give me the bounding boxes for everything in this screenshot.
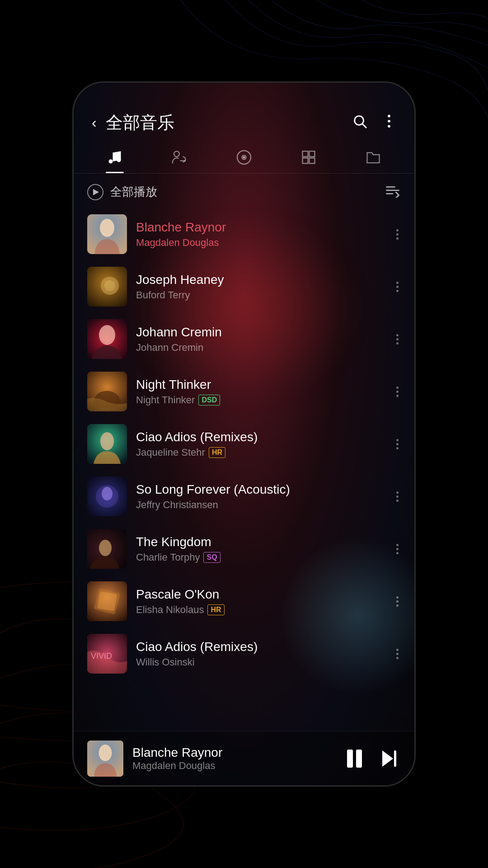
quality-badge-hr: HR (207, 604, 224, 615)
tab-folders[interactable] (341, 145, 405, 173)
pause-button[interactable] (343, 747, 366, 770)
track-artist: Jeffry Christiansen (136, 499, 385, 511)
svg-point-10 (243, 157, 244, 158)
search-button[interactable] (347, 110, 373, 136)
track-title: The Kingdom (136, 535, 385, 549)
track-title: Night Thinker (136, 377, 385, 392)
track-list: Blanche Raynor Magdalen Douglas (74, 208, 414, 731)
track-more-button[interactable] (394, 540, 401, 558)
svg-point-19 (100, 219, 114, 237)
svg-point-4 (388, 125, 390, 128)
track-item[interactable]: So Long Forever (Acoustic) Jeffry Christ… (74, 470, 414, 523)
tab-albums[interactable] (212, 145, 277, 173)
next-button[interactable] (377, 747, 401, 770)
tab-artists[interactable] (147, 145, 212, 173)
phone-frame: ‹ 全部音乐 (72, 81, 416, 787)
track-more-button[interactable] (394, 593, 401, 610)
now-playing-artist: Magdalen Douglas (132, 760, 333, 772)
track-info: Ciao Adios (Remixes) Willis Osinski (136, 640, 385, 668)
track-info: Johann Cremin Johann Cremin (136, 325, 385, 354)
next-icon (382, 750, 396, 767)
now-playing-bar[interactable]: Blanche Raynor Magdalen Douglas (74, 731, 414, 785)
track-title: Johann Cremin (136, 325, 385, 340)
track-title: Ciao Adios (Remixes) (136, 430, 385, 444)
play-all-row: 全部播放 (74, 176, 414, 208)
track-info: Pascale O'Kon Elisha Nikolaus HR (136, 587, 385, 616)
track-item[interactable]: Pascale O'Kon Elisha Nikolaus HR (74, 575, 414, 627)
now-playing-info: Blanche Raynor Magdalen Douglas (132, 745, 333, 772)
track-more-button[interactable] (394, 330, 401, 348)
track-thumbnail (87, 267, 127, 307)
phone-content: ‹ 全部音乐 (74, 83, 414, 785)
svg-point-3 (388, 120, 390, 123)
play-all-label: 全部播放 (110, 184, 378, 200)
track-title: Blanche Raynor (136, 220, 385, 235)
track-thumbnail (87, 581, 127, 621)
track-artist: Charlie Torphy SQ (136, 552, 385, 563)
track-item[interactable]: VIVID Ciao Adios (Remixes) Willis Osinsk… (74, 627, 414, 680)
track-thumbnail (87, 319, 127, 359)
track-info: Night Thinker Night Thinker DSD (136, 377, 385, 406)
track-artist: Willis Osinski (136, 656, 385, 668)
folder-icon (365, 149, 381, 168)
svg-point-6 (117, 158, 121, 162)
svg-point-39 (99, 745, 112, 761)
svg-rect-35 (97, 591, 117, 611)
svg-line-1 (362, 124, 366, 127)
tab-songs[interactable] (83, 145, 147, 173)
back-button[interactable]: ‹ (87, 112, 101, 133)
track-thumbnail (87, 529, 127, 569)
pause-bar-right (356, 750, 362, 768)
svg-point-30 (102, 487, 113, 500)
svg-rect-13 (302, 158, 308, 164)
track-thumbnail (87, 424, 127, 464)
track-info: The Kingdom Charlie Torphy SQ (136, 535, 385, 563)
quality-badge-dsd: DSD (198, 395, 220, 406)
play-all-button[interactable] (87, 184, 103, 200)
pause-bar-left (347, 750, 353, 768)
svg-point-27 (100, 432, 114, 450)
page-title: 全部音乐 (106, 111, 342, 134)
track-artist: Elisha Nikolaus HR (136, 604, 385, 616)
svg-point-7 (174, 151, 179, 157)
svg-rect-12 (309, 151, 314, 157)
track-thumbnail (87, 372, 127, 411)
track-title: Joseph Heaney (136, 273, 385, 287)
track-thumbnail: VIVID (87, 634, 127, 674)
track-item[interactable]: Joseph Heaney Buford Terry (74, 260, 414, 313)
track-item[interactable]: Johann Cremin Johann Cremin (74, 313, 414, 365)
playback-controls (343, 747, 401, 770)
track-artist: Magdalen Douglas (136, 237, 385, 249)
tab-bar (74, 145, 414, 174)
svg-rect-11 (302, 151, 308, 157)
svg-point-2 (388, 115, 390, 118)
sort-button[interactable] (385, 183, 401, 201)
track-artist: Night Thinker DSD (136, 394, 385, 406)
track-item[interactable]: Blanche Raynor Magdalen Douglas (74, 208, 414, 260)
quality-badge-sq: SQ (203, 552, 220, 563)
track-more-button[interactable] (394, 435, 401, 453)
more-menu-button[interactable] (377, 110, 401, 136)
track-item[interactable]: The Kingdom Charlie Torphy SQ (74, 523, 414, 575)
svg-point-22 (104, 280, 115, 291)
quality-badge-hr: HR (209, 447, 225, 458)
status-bar (74, 83, 414, 105)
now-playing-title: Blanche Raynor (132, 745, 333, 760)
track-info: Blanche Raynor Magdalen Douglas (136, 220, 385, 249)
track-more-button[interactable] (394, 488, 401, 505)
now-playing-thumbnail (87, 741, 123, 777)
track-more-button[interactable] (394, 278, 401, 296)
track-more-button[interactable] (394, 383, 401, 401)
track-more-button[interactable] (394, 226, 401, 243)
track-item[interactable]: Night Thinker Night Thinker DSD (74, 365, 414, 418)
track-artist: Johann Cremin (136, 342, 385, 354)
track-info: So Long Forever (Acoustic) Jeffry Christ… (136, 482, 385, 511)
svg-point-24 (99, 325, 115, 345)
tab-playlists[interactable] (276, 145, 341, 173)
artists-icon (171, 149, 188, 168)
svg-point-5 (109, 160, 113, 164)
track-title: Pascale O'Kon (136, 587, 385, 602)
svg-rect-14 (309, 158, 314, 164)
track-more-button[interactable] (394, 645, 401, 663)
track-item[interactable]: Ciao Adios (Remixes) Jaqueline Stehr HR (74, 418, 414, 470)
